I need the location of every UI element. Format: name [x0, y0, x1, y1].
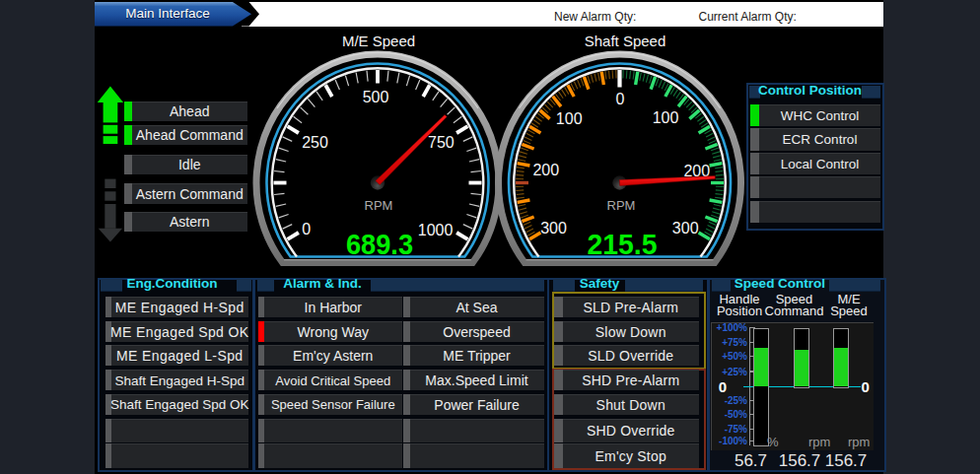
svg-text:300: 300	[672, 220, 699, 237]
svg-text:RPM: RPM	[607, 198, 636, 213]
svg-text:0: 0	[302, 221, 311, 237]
svg-text:200: 200	[532, 162, 559, 178]
svg-text:100: 100	[556, 110, 583, 127]
svg-text:250: 250	[302, 134, 328, 151]
svg-text:500: 500	[363, 89, 389, 105]
svg-text:215.5: 215.5	[588, 228, 658, 260]
svg-text:100: 100	[653, 109, 679, 126]
svg-text:300: 300	[540, 220, 567, 237]
svg-text:0: 0	[615, 91, 624, 107]
svg-text:689.3: 689.3	[346, 228, 413, 260]
svg-text:RPM: RPM	[365, 198, 393, 213]
svg-text:750: 750	[428, 134, 455, 151]
svg-text:1000: 1000	[418, 222, 454, 238]
